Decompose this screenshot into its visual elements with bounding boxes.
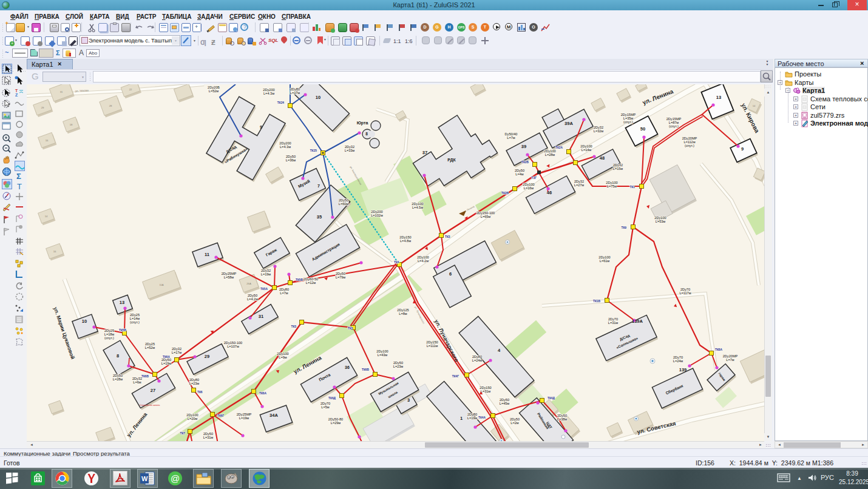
svg-text:2Dу100: 2Dу100 bbox=[376, 349, 388, 353]
svg-text:ТК3: ТК3 bbox=[291, 325, 296, 328]
svg-text:13: 13 bbox=[716, 95, 721, 100]
svg-text:2Dу50: 2Dу50 bbox=[336, 272, 345, 275]
svg-text:11А: 11А bbox=[159, 283, 163, 286]
svg-text:ТК7: ТК7 bbox=[180, 432, 185, 435]
svg-text:7: 7 bbox=[317, 184, 320, 188]
svg-text:L=19м: L=19м bbox=[239, 416, 249, 420]
svg-text:2Dу100: 2Dу100 bbox=[598, 255, 610, 259]
svg-text:2Dу32: 2Dу32 bbox=[132, 377, 142, 380]
svg-text:(спут.): (спут.) bbox=[623, 120, 633, 124]
svg-text:L=52м: L=52м bbox=[145, 346, 155, 349]
svg-text:L=8м: L=8м bbox=[399, 312, 407, 315]
svg-text:L=60м: L=60м bbox=[339, 202, 349, 206]
svg-text:22: 22 bbox=[129, 88, 132, 91]
svg-text:2Dу60-50: 2Dу60-50 bbox=[303, 277, 318, 281]
svg-text:2Dу70: 2Dу70 bbox=[320, 402, 330, 405]
svg-text:2Dу20МР: 2Dу20МР bbox=[682, 137, 697, 140]
svg-text:39: 39 bbox=[521, 144, 526, 149]
svg-text:L=111м: L=111м bbox=[427, 344, 438, 348]
svg-text:2Dу32: 2Dу32 bbox=[261, 269, 271, 272]
svg-text:(спут.): (спут.) bbox=[130, 320, 140, 324]
svg-text:L=20м: L=20м bbox=[188, 417, 198, 420]
svg-text:L=31м: L=31м bbox=[203, 436, 214, 439]
svg-text:26А: 26А bbox=[246, 282, 251, 285]
svg-text:L=112м: L=112м bbox=[683, 140, 695, 144]
svg-text:2Dу25МР: 2Dу25МР bbox=[222, 272, 237, 275]
svg-text:L=17м: L=17м bbox=[172, 351, 182, 354]
svg-text:2Dу150: 2Dу150 bbox=[426, 340, 438, 344]
svg-text:39А: 39А bbox=[565, 121, 573, 126]
svg-text:(спут.): (спут.) bbox=[685, 144, 694, 147]
svg-text:2Dу100: 2Dу100 bbox=[544, 149, 555, 153]
svg-text:L=7м: L=7м bbox=[507, 136, 515, 140]
svg-text:48: 48 bbox=[600, 155, 605, 161]
svg-text:L=23м: L=23м bbox=[189, 382, 200, 385]
svg-text:10: 10 bbox=[316, 95, 320, 100]
svg-text:L=35м: L=35м bbox=[623, 116, 634, 120]
svg-text:2Dу25: 2Dу25 bbox=[145, 342, 155, 346]
svg-text:2Dу100: 2Dу100 bbox=[606, 181, 617, 184]
svg-text:L=12м: L=12м bbox=[306, 281, 316, 285]
svg-text:L=75м: L=75м bbox=[607, 184, 617, 188]
svg-text:2Dу50-80: 2Dу50-80 bbox=[328, 417, 343, 421]
svg-text:L=14м: L=14м bbox=[581, 148, 592, 152]
svg-text:ТК6: ТК6 bbox=[197, 391, 203, 394]
svg-text:ТК6Д: ТК6Д bbox=[328, 397, 336, 400]
svg-text:L=4.2м: L=4.2м bbox=[247, 297, 258, 301]
svg-text:6: 6 bbox=[449, 271, 452, 277]
svg-text:35: 35 bbox=[317, 214, 322, 220]
svg-text:31: 31 bbox=[60, 90, 63, 93]
svg-text:9: 9 bbox=[741, 146, 744, 152]
svg-text:2Dу100: 2Dу100 bbox=[412, 202, 423, 206]
svg-text:ТК4А: ТК4А bbox=[478, 416, 486, 419]
svg-text:L=52м: L=52м bbox=[209, 89, 219, 93]
svg-text:L=43м: L=43м bbox=[378, 353, 388, 357]
svg-text:8: 8 bbox=[117, 353, 119, 359]
svg-text:2Dу100: 2Dу100 bbox=[580, 144, 592, 148]
svg-text:ТК24: ТК24 bbox=[277, 101, 285, 104]
svg-text:2Dу50: 2Dу50 bbox=[248, 294, 257, 297]
svg-text:2Dу15МР: 2Dу15МР bbox=[666, 117, 682, 121]
svg-text:ТК1: ТК1 bbox=[629, 186, 635, 189]
svg-text:ТК5А: ТК5А bbox=[260, 288, 268, 291]
svg-text:2Dу50: 2Dу50 bbox=[161, 358, 171, 362]
svg-text:2Dу32: 2Dу32 bbox=[172, 347, 181, 351]
svg-text:L=4.8м: L=4.8м bbox=[400, 239, 411, 243]
svg-text:2Dу80: 2Dу80 bbox=[279, 288, 289, 291]
svg-text:L=15м: L=15м bbox=[613, 167, 623, 170]
svg-text:2Dу50: 2Dу50 bbox=[510, 417, 520, 421]
svg-text:L=24м: L=24м bbox=[673, 359, 683, 363]
svg-text:16: 16 bbox=[53, 250, 56, 253]
svg-text:2Dу80: 2Dу80 bbox=[189, 378, 199, 382]
svg-text:2Dу150-100: 2Dу150-100 bbox=[224, 341, 242, 345]
svg-text:ТК9: ТК9 bbox=[621, 226, 626, 229]
svg-text:L=102м: L=102м bbox=[371, 214, 383, 217]
svg-text:2Dу125: 2Dу125 bbox=[397, 308, 409, 312]
svg-text:L=4.3м: L=4.3м bbox=[263, 92, 274, 95]
svg-text:РДК: РДК bbox=[447, 158, 456, 163]
svg-text:(спут.): (спут.) bbox=[669, 124, 679, 128]
svg-text:36: 36 bbox=[345, 365, 350, 369]
svg-text:2Dу100: 2Dу100 bbox=[277, 352, 288, 356]
svg-text:Юрта: Юрта bbox=[357, 121, 368, 126]
svg-text:2Dу32: 2Dу32 bbox=[613, 163, 623, 167]
svg-text:2Dу50: 2Dу50 bbox=[515, 169, 524, 172]
svg-text:34А: 34А bbox=[270, 413, 278, 418]
svg-text:2Dу25: 2Dу25 bbox=[130, 313, 140, 317]
svg-text:L=4м: L=4м bbox=[515, 172, 523, 176]
svg-text:L=65м: L=65м bbox=[481, 215, 491, 218]
svg-text:T: T bbox=[17, 182, 22, 191]
svg-text:2Dу80: 2Dу80 bbox=[467, 413, 477, 416]
svg-text:2Dу50: 2Dу50 bbox=[113, 374, 123, 377]
svg-text:L=19м: L=19м bbox=[467, 416, 478, 420]
svg-text:T: T bbox=[15, 89, 18, 93]
svg-text:2Dу50: 2Dу50 bbox=[339, 198, 348, 202]
svg-text:2Dу100: 2Dу100 bbox=[523, 183, 534, 186]
svg-text:L=33м: L=33м bbox=[345, 149, 355, 152]
svg-text:L=2м: L=2м bbox=[510, 421, 518, 425]
svg-text:ТК6Б: ТК6Б bbox=[362, 368, 370, 371]
svg-text:2Dу50: 2Dу50 bbox=[203, 432, 213, 436]
svg-text:L=7м: L=7м bbox=[726, 358, 734, 362]
svg-text:L=18м: L=18м bbox=[104, 332, 115, 336]
svg-text:2Dу150-100: 2Dу150-100 bbox=[476, 211, 495, 215]
